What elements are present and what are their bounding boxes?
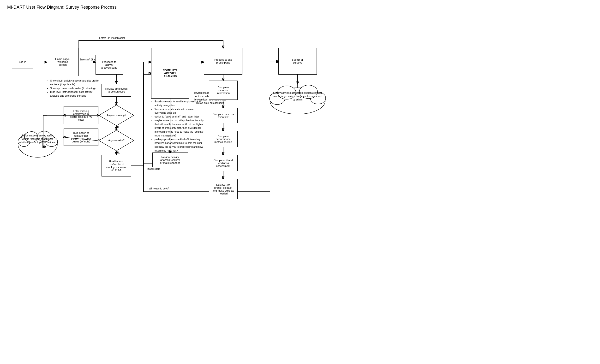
node-review-employees: Review employees to be surveyed (102, 84, 131, 97)
page-title: MI-DART User Flow Diagram: Survey Respon… (7, 5, 593, 10)
page: MI-DART User Flow Diagram: Survey Respon… (0, 0, 600, 364)
node-home: Home page / welcome screen (47, 48, 79, 76)
label-no-extra: No (117, 151, 120, 154)
node-site-profile: Proceed to site profile page (204, 48, 242, 74)
node-sends-notice: Sends notice to survey admin; Admin reas… (17, 130, 59, 158)
node-complete-performance: Complete performance metrics section (209, 131, 238, 147)
node-complete-process: Complete process overview (209, 108, 238, 123)
label-if-still-aa: If still needs to do AA (146, 187, 170, 190)
node-admin-dashboard: Survey admin's dashboard gets updated; u… (269, 84, 326, 115)
node-review-activity: Review activity analysis; confirm or mak… (152, 153, 188, 167)
node-take-action: Take action to remove that person from y… (64, 128, 98, 146)
label-enters-sp: Enters SP (if applicable) (98, 37, 125, 39)
node-finalize: Finalize and confirm list of employees, … (102, 155, 131, 176)
label-no-missing: No (117, 126, 120, 129)
node-submit-surveys: Submit all surveys (278, 48, 317, 74)
node-complete-fit: Complete fit and readiness assessment (209, 155, 238, 171)
diagram-area: Enters SP (if applicable) Log in Home pa… (7, 19, 593, 360)
home-bullets: Shows both activity analysis and site pr… (47, 79, 100, 98)
node-login: Log in (12, 55, 33, 69)
activity-bullets: Excel style web form with employees and … (151, 100, 204, 153)
label-if-applicable: If applicable (147, 168, 160, 170)
node-anyone-missing: Anyone missing? (98, 105, 134, 126)
label-enters-aa: Enters AA (if ap) (79, 58, 97, 61)
node-enter-missing: Enter missing employees in popup dialogu… (64, 106, 98, 124)
node-anyone-extra: Anyone extra? (98, 130, 134, 151)
node-complete-activity: COMPLETE ACTIVITY ANALYSIS (151, 48, 189, 99)
node-complete-overview: Complete overview information (209, 81, 238, 100)
node-activity-analysis: Proceeds to activity analysis page (95, 55, 123, 74)
node-review-site: Review Site profile; go back and make ed… (209, 179, 238, 199)
